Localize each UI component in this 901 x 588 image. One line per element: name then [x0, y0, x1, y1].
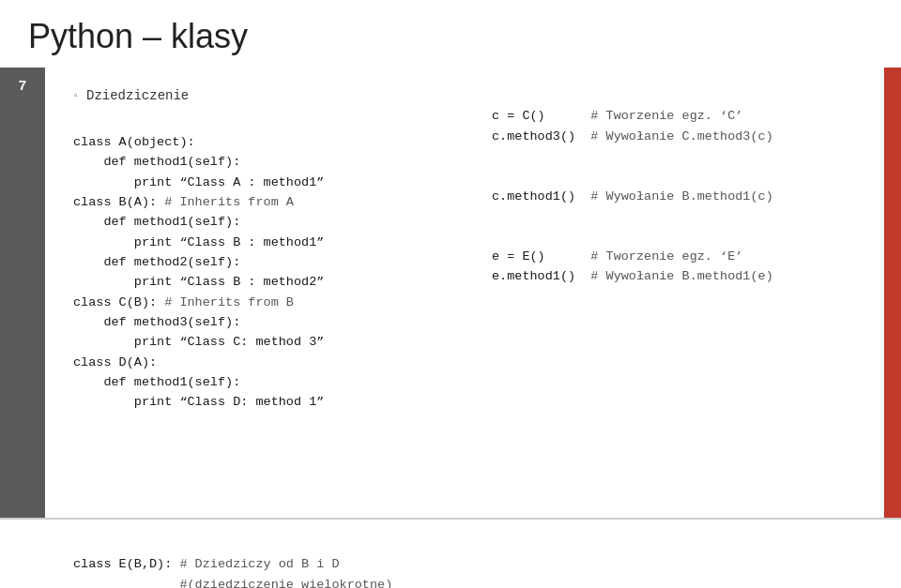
slide-number-bar: 7 — [0, 68, 45, 518]
code-line-2: def method1(self): — [73, 155, 240, 169]
main-content: 7 ▫ Dziedziczenie class A(object): def m… — [0, 68, 901, 518]
bullet-icon: ▫ — [73, 89, 79, 104]
right-line-2: c.method3() # Wywołanie C.method3(c) — [492, 129, 773, 143]
code-line-14: print “Class D: method 1” — [73, 395, 324, 409]
bottom-section: class E(B,D): # Dziedziczy od B i D #(dz… — [0, 519, 901, 588]
page-title: Python – klasy — [28, 17, 873, 56]
code-block-left: class A(object): def method1(self): prin… — [73, 113, 454, 432]
code-line-8: print “Class B : method2” — [73, 275, 324, 289]
code-line-3: print “Class A : method1” — [73, 175, 324, 189]
code-right-panel: c = C() # Tworzenie egz. ‘C’ c.method3()… — [473, 86, 873, 499]
code-left-panel: ▫ Dziedziczenie class A(object): def met… — [73, 86, 473, 499]
code-line-9: class C(B): # Inherits from B — [73, 295, 294, 309]
code-block-right: c = C() # Tworzenie egz. ‘C’ c.method3()… — [492, 86, 873, 307]
bottom-line-1: class E(B,D): # Dziedziczy od B i D — [73, 557, 340, 571]
accent-bar — [884, 68, 901, 518]
code-line-10: def method3(self): — [73, 315, 240, 329]
right-line-4: e = E() # Tworzenie egz. ‘E’ — [492, 249, 742, 264]
title-bar: Python – klasy — [0, 0, 901, 68]
code-line-12: class D(A): — [73, 355, 157, 369]
right-line-3: c.method1() # Wywołanie B.method1(c) — [492, 189, 773, 204]
bullet-label: Dziedziczenie — [86, 86, 189, 107]
code-line-6: print “Class B : method1” — [73, 235, 324, 249]
slide-number: 7 — [19, 77, 26, 93]
bullet-item: ▫ Dziedziczenie — [73, 86, 454, 107]
code-line-4: class B(A): # Inherits from A — [73, 195, 294, 209]
code-line-13: def method1(self): — [73, 375, 240, 389]
bottom-code-block: class E(B,D): # Dziedziczy od B i D #(dz… — [73, 535, 873, 588]
right-line-1: c = C() # Tworzenie egz. ‘C’ — [492, 109, 742, 123]
bottom-line-2: #(dziedziczenie wielokrotne) — [73, 578, 392, 588]
code-line-11: print “Class C: method 3” — [73, 335, 324, 349]
code-line-5: def method1(self): — [73, 215, 240, 229]
content-panel: ▫ Dziedziczenie class A(object): def met… — [45, 68, 901, 518]
code-line-1: class A(object): — [73, 135, 195, 149]
right-line-5: e.method1() # Wywołanie B.method1(e) — [492, 269, 773, 283]
code-line-7: def method2(self): — [73, 255, 240, 269]
